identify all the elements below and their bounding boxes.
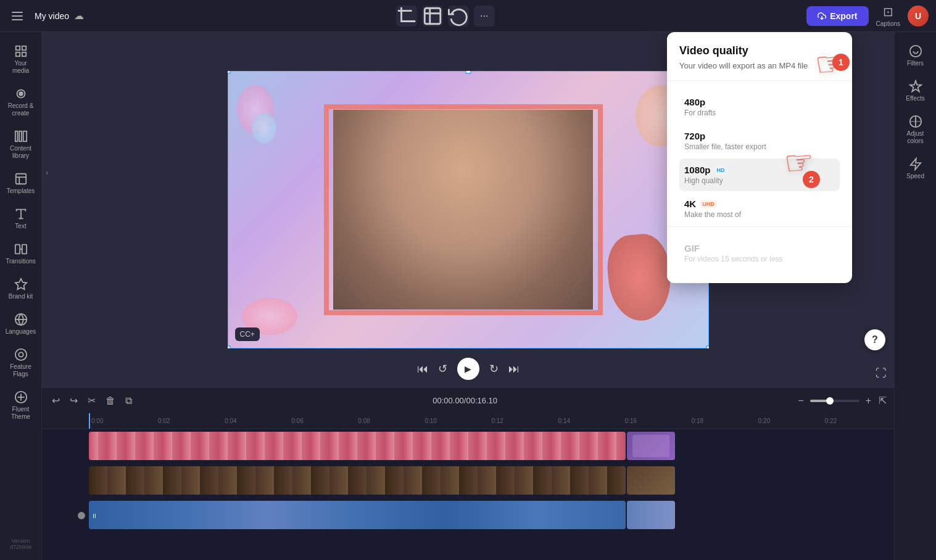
ruler-mark-0:08: 0:08 — [358, 418, 425, 424]
zoom-out-button[interactable]: − — [795, 393, 806, 409]
end-clip-video-thumb — [627, 466, 675, 495]
quality-desc-gif: For videos 15 seconds or less — [684, 255, 835, 263]
skip-to-start-button[interactable]: ⏮ — [417, 363, 428, 376]
quality-option-1080p[interactable]: 1080p HD High quality — [679, 159, 840, 191]
quality-option-720p[interactable]: 720p Smaller file, faster export — [679, 125, 840, 157]
timeline-tracks: ⏸ — [42, 429, 894, 560]
play-button[interactable]: ▶ — [457, 358, 479, 380]
person-silhouette — [333, 110, 593, 310]
sidebar-item-content-library[interactable]: Content library — [4, 125, 38, 165]
top-right-area: Export ⊡ Captions U — [806, 4, 929, 27]
cloud-save-icon[interactable]: ☁ — [74, 10, 84, 22]
quality-option-480p[interactable]: 480p For drafts — [679, 91, 840, 123]
sidebar-item-brand-kit[interactable]: Brand kit — [4, 273, 38, 305]
cc-overlay-button[interactable]: CC+ — [235, 327, 260, 341]
quality-popup-title: Video quality — [679, 44, 840, 57]
expand-timeline-button[interactable]: ⇱ — [879, 395, 887, 406]
main-layout: Your media Record & create Content libra… — [0, 32, 936, 560]
svg-rect-10 — [23, 131, 26, 142]
svg-point-7 — [19, 92, 23, 96]
quality-option-4k[interactable]: 4K UHD Make the most of — [679, 192, 840, 225]
delete-button[interactable]: 🗑 — [103, 393, 118, 409]
user-avatar[interactable]: U — [908, 6, 929, 27]
skip-to-end-button[interactable]: ⏭ — [508, 363, 520, 376]
rotate-button[interactable] — [448, 6, 469, 27]
quality-option-gif[interactable]: GIF For videos 15 seconds or less — [679, 237, 840, 270]
end-clip-blue[interactable] — [627, 501, 675, 529]
right-sidebar: Filters Effects Adjust colors Speed — [894, 32, 936, 560]
track-strip-video[interactable] — [89, 466, 626, 495]
sidebar-item-effects[interactable]: Effects — [898, 75, 933, 107]
export-button[interactable]: Export — [806, 6, 868, 26]
sidebar-collapse-button[interactable]: › — [42, 160, 52, 185]
sidebar-item-filters[interactable]: Filters — [898, 39, 933, 72]
ruler-mark-0:20: 0:20 — [758, 418, 825, 424]
sidebar-item-transitions[interactable]: Transitions — [4, 237, 38, 270]
quality-desc-1080p: High quality — [684, 176, 835, 185]
redo-button[interactable]: ↪ — [67, 392, 80, 409]
project-title: My video — [35, 11, 69, 21]
sidebar-item-speed[interactable]: Speed — [898, 152, 933, 185]
undo-button[interactable]: ↩ — [49, 392, 62, 409]
sidebar-item-fluent-theme[interactable]: Fluent Theme — [4, 385, 38, 426]
track-content-3[interactable]: ⏸ — [89, 498, 894, 533]
track-content-2[interactable] — [89, 464, 894, 498]
sidebar-label-fluent-theme: Fluent Theme — [6, 406, 36, 421]
svg-rect-4 — [15, 52, 19, 56]
sidebar-label-filters: Filters — [907, 60, 924, 67]
sidebar-item-templates[interactable]: Templates — [4, 167, 38, 200]
zoom-slider-thumb[interactable] — [826, 397, 834, 405]
quality-popup-subtitle: Your video will export as an MP4 file — [679, 61, 840, 70]
track-row-1 — [42, 429, 894, 464]
quality-desc-4k: Make the most of — [684, 210, 835, 219]
ruler-mark-0:14: 0:14 — [558, 418, 625, 424]
track-row-3: ⏸ — [42, 498, 894, 533]
sidebar-item-record-create[interactable]: Record & create — [4, 82, 38, 122]
timeline-ruler: 0:00 0:02 0:04 0:06 0:08 0:10 0:12 0:14 … — [42, 413, 894, 429]
fullscreen-button[interactable]: ⛶ — [876, 367, 887, 380]
track-strip-blue[interactable] — [89, 501, 626, 529]
time-display: 00:00.00 / 00:16.10 — [139, 396, 790, 405]
end-clip-pink[interactable] — [627, 432, 675, 460]
quality-desc-720p: Smaller file, faster export — [684, 142, 835, 151]
sidebar-label-effects: Effects — [906, 95, 924, 102]
duplicate-button[interactable]: ⧉ — [123, 393, 135, 409]
track-strip-pink[interactable] — [89, 432, 626, 460]
captions-button[interactable]: ⊡ Captions — [876, 4, 900, 27]
handle-top-left[interactable] — [228, 71, 231, 74]
handle-bottom-left[interactable] — [228, 345, 231, 348]
fast-forward-button[interactable]: ↻ — [489, 362, 499, 376]
left-sidebar: Your media Record & create Content libra… — [0, 32, 42, 560]
handle-bottom-right[interactable] — [706, 345, 709, 348]
svg-rect-0 — [425, 8, 441, 24]
cc-icon: CC+ — [240, 330, 255, 339]
sidebar-item-adjust-colors[interactable]: Adjust colors — [898, 110, 933, 150]
resize-button[interactable] — [422, 6, 443, 27]
top-bar: My video ☁ ··· Export ⊡ Captions U — [0, 0, 936, 32]
end-clip-video[interactable] — [627, 466, 675, 495]
help-button[interactable]: ? — [864, 329, 885, 350]
sidebar-item-text[interactable]: Text — [4, 202, 38, 235]
sidebar-item-languages[interactable]: Languages — [4, 308, 38, 340]
crop-button[interactable] — [396, 6, 417, 27]
sidebar-item-feature-flags[interactable]: Feature Flags — [4, 343, 38, 383]
quality-label-1080p: 1080p HD — [684, 165, 835, 175]
current-time: 00:00.00 — [433, 396, 464, 405]
zoom-slider[interactable] — [810, 400, 859, 402]
quality-label-gif: GIF — [684, 243, 835, 253]
ruler-mark-0:18: 0:18 — [692, 418, 758, 424]
rewind-button[interactable]: ↺ — [438, 362, 447, 376]
track-content-1[interactable] — [89, 429, 894, 464]
zoom-in-button[interactable]: + — [863, 393, 874, 409]
track-label-3 — [42, 498, 89, 533]
cut-button[interactable]: ✂ — [85, 392, 98, 409]
handle-top-mid[interactable] — [465, 71, 471, 74]
person-area — [333, 110, 593, 310]
sidebar-item-your-media[interactable]: Your media — [4, 39, 38, 80]
menu-button[interactable] — [7, 6, 27, 26]
timeline-area: ↩ ↪ ✂ 🗑 ⧉ 00:00.00 / 00:16.10 − + — [42, 387, 894, 560]
video-canvas[interactable]: CC+ — [228, 71, 709, 348]
captions-icon: ⊡ — [883, 4, 893, 19]
more-options-button[interactable]: ··· — [474, 6, 495, 27]
sidebar-label-feature-flags: Feature Flags — [6, 363, 36, 378]
